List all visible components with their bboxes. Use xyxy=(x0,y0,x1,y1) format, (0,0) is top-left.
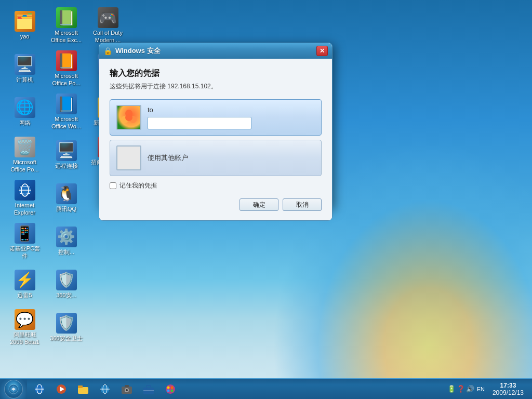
desktop-icon-network[interactable]: 🌐 网络 xyxy=(5,91,44,132)
credential-option-primary[interactable]: to xyxy=(110,99,322,136)
aliwangwang-label: 阿里旺旺 2009 Beta1 xyxy=(7,331,42,345)
desktop-icon-aliwangwang[interactable]: 💬 阿里旺旺 2009 Beta1 xyxy=(5,307,44,348)
word-label: Microsoft Office Wo... xyxy=(49,116,84,129)
network-icon: 🌐 xyxy=(15,97,35,118)
control-label: 控制... xyxy=(58,249,74,256)
taskbar-camera-icon[interactable] xyxy=(116,380,137,398)
word-icon: 📘 xyxy=(56,94,77,114)
excel-icon: 📗 xyxy=(56,7,77,28)
network-label: 网络 xyxy=(19,119,31,126)
cancel-button[interactable]: 取消 xyxy=(283,198,322,211)
svg-point-20 xyxy=(126,389,128,391)
ie-label: Internet Explorer xyxy=(7,202,42,216)
remote-icon: 🖥️ xyxy=(56,140,77,161)
credential-option-other[interactable]: 使用其他帐户 xyxy=(110,140,322,176)
desktop-icon-remote[interactable]: 🖥️ 远程连接 xyxy=(47,135,86,175)
taskbar-time: 17:33 xyxy=(500,382,516,389)
windows-security-dialog: 🔒 Windows 安全 ✕ 输入您的凭据 这些凭据将用于连接 192.168.… xyxy=(99,43,332,221)
user-avatar-flower xyxy=(117,106,140,129)
yao-label: yao xyxy=(20,33,30,40)
password-input[interactable] xyxy=(148,117,251,129)
desktop-icon-recycle[interactable]: 🗑️ Microsoft Office Po... xyxy=(5,135,44,175)
desktop-icon-powerpoint[interactable]: 📙 Microsoft Office Po... xyxy=(47,48,86,89)
desktop-icon-360[interactable]: 🛡️ 360安... xyxy=(47,264,86,304)
systray-volume-icon: 🔊 xyxy=(466,385,474,393)
dialog-body: 输入您的凭据 这些凭据将用于连接 192.168.15.102。 xyxy=(99,59,332,220)
taskbar-paint-icon[interactable] xyxy=(160,380,181,398)
desktop-icon-ie[interactable]: Internet Explorer xyxy=(5,178,44,218)
desktop-icon-xunlei[interactable]: ⚡ 迅雷5 xyxy=(5,264,44,304)
360-icon: 🛡️ xyxy=(56,270,77,290)
other-avatar-box xyxy=(116,145,141,170)
systray-battery-icon: 🔋 xyxy=(447,385,456,393)
username-text: to xyxy=(148,106,153,114)
dialog-subtext: 这些凭据将用于连接 192.168.15.102。 xyxy=(110,82,322,91)
taskbar-play-icon[interactable] xyxy=(51,380,72,398)
desktop-icon-yao[interactable]: 🗂️ yao xyxy=(5,5,44,46)
svg-point-6 xyxy=(125,114,132,121)
other-avatar-blank xyxy=(117,147,140,169)
taskbar: 🔋 ❓ 🔊 EN 17:33 2009/12/13 xyxy=(0,378,532,399)
xunlei-label: 迅雷5 xyxy=(17,292,32,299)
start-button[interactable] xyxy=(0,379,27,400)
yao-icon: 🗂️ xyxy=(15,11,35,32)
dialog-heading: 输入您的凭据 xyxy=(110,68,322,79)
computer-icon: 🖥️ xyxy=(15,54,35,75)
taskbar-date: 2009/12/13 xyxy=(493,389,524,396)
svg-point-25 xyxy=(166,384,175,394)
excel-label: Microsoft Office Exc... xyxy=(49,30,84,43)
ok-button[interactable]: 确定 xyxy=(240,198,278,211)
taskbar-briefcase-icon[interactable] xyxy=(138,380,159,398)
dialog-titlebar[interactable]: 🔒 Windows 安全 ✕ xyxy=(99,43,332,59)
taskbar-ie-icon[interactable] xyxy=(29,380,50,398)
ie-icon xyxy=(15,180,35,201)
qq-label: 腾讯QQ xyxy=(56,206,76,212)
powerpoint-label: Microsoft Office Po... xyxy=(49,73,84,86)
kaspersky-icon: 📱 xyxy=(15,223,35,244)
kaspersky-label: 诺基亚PC套件 xyxy=(7,245,42,259)
other-account-label: 使用其他帐户 xyxy=(148,153,188,163)
taskbar-systray: 🔋 ❓ 🔊 EN xyxy=(447,385,486,393)
dialog-container: 🔒 Windows 安全 ✕ 输入您的凭据 这些凭据将用于连接 192.168.… xyxy=(99,43,332,209)
desktop-icon-360safe[interactable]: 🛡️ 360安全卫士 xyxy=(47,307,86,348)
recycle-label: Microsoft Office Po... xyxy=(7,159,42,172)
remember-checkbox-row: 记住我的凭据 xyxy=(110,181,322,190)
dialog-buttons: 确定 取消 xyxy=(110,198,322,211)
taskbar-folder-icon[interactable] xyxy=(73,380,94,398)
username-row: to xyxy=(148,106,315,114)
taskbar-clock[interactable]: 17:33 2009/12/13 xyxy=(488,379,528,399)
desktop: 🗂️ yao 🖥️ 计算机 🌐 网络 🗑️ Microsoft Office P… xyxy=(0,0,532,399)
recycle-icon: 🗑️ xyxy=(15,137,35,157)
powerpoint-icon: 📙 xyxy=(56,50,77,71)
desktop-icon-computer[interactable]: 🖥️ 计算机 xyxy=(5,48,44,89)
taskbar-globe-icon[interactable] xyxy=(95,380,115,398)
user-avatar-box xyxy=(116,105,141,130)
desktop-icon-excel[interactable]: 📗 Microsoft Office Exc... xyxy=(47,5,86,46)
desktop-icon-cod[interactable]: 🎮 Call of Duty Modern ... xyxy=(88,5,127,46)
systray-lang-icon: EN xyxy=(475,386,486,392)
credential-fields: to xyxy=(148,106,315,129)
svg-point-26 xyxy=(167,386,170,389)
control-icon: ⚙️ xyxy=(56,227,77,247)
systray-network-icon: ❓ xyxy=(457,385,465,393)
taskbar-right: 🔋 ❓ 🔊 EN 17:33 2009/12/13 xyxy=(447,379,532,399)
remember-label: 记住我的凭据 xyxy=(119,181,157,190)
dialog-close-button[interactable]: ✕ xyxy=(316,46,328,56)
dialog-title-icon: 🔒 xyxy=(103,47,112,55)
svg-point-28 xyxy=(167,389,170,392)
xunlei-icon: ⚡ xyxy=(15,270,35,290)
desktop-icon-control[interactable]: ⚙️ 控制... xyxy=(47,221,86,261)
remember-checkbox[interactable] xyxy=(110,182,116,189)
computer-label: 计算机 xyxy=(16,76,33,83)
cod-label: Call of Duty Modern ... xyxy=(90,30,125,43)
360safe-icon: 🛡️ xyxy=(56,313,77,334)
desktop-icon-word[interactable]: 📘 Microsoft Office Wo... xyxy=(47,91,86,132)
desktop-icon-qq[interactable]: 🐧 腾讯QQ xyxy=(47,178,86,218)
taskbar-quicklaunch xyxy=(27,379,183,399)
dialog-title-text: Windows 安全 xyxy=(115,46,313,56)
svg-rect-14 xyxy=(78,385,83,388)
cod-icon: 🎮 xyxy=(98,7,118,28)
360safe-label: 360安全卫士 xyxy=(50,335,82,342)
qq-icon: 🐧 xyxy=(56,183,77,204)
desktop-icon-kaspersky[interactable]: 📱 诺基亚PC套件 xyxy=(5,221,44,261)
